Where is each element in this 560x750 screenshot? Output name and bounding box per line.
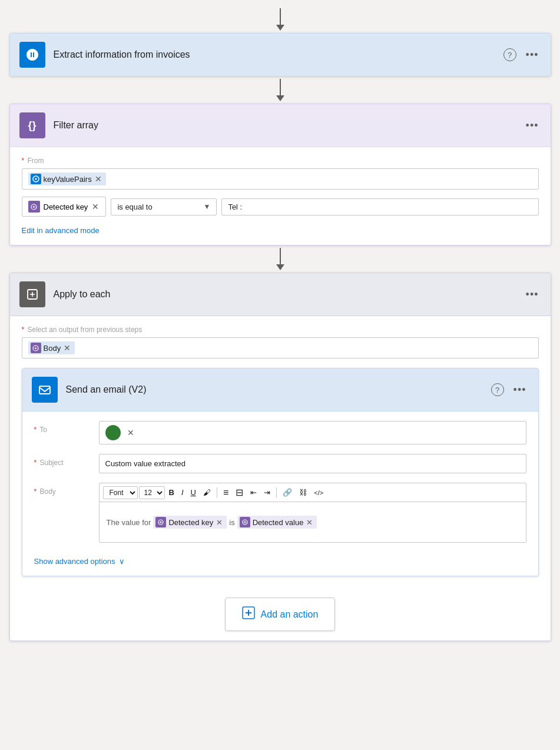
bold-button[interactable]: B [166, 487, 177, 498]
filter-title: Filter array [54, 120, 523, 131]
operator-label: is equal to [117, 203, 152, 211]
detected-value-body-label: Detected value [253, 518, 304, 527]
apply-title: Apply to each [54, 289, 523, 300]
from-token-field[interactable]: keyValuePairs ✕ [22, 168, 539, 190]
email-menu-button[interactable]: ••• [511, 383, 529, 397]
extract-menu-button[interactable]: ••• [523, 48, 541, 62]
subject-input[interactable]: Custom value extracted [99, 454, 526, 473]
email-icon [32, 377, 58, 403]
apply-icon [19, 281, 45, 307]
body-editor-container: Font 12 B I U 🖌 [99, 483, 526, 543]
bullets-button[interactable]: ≡ [220, 486, 231, 499]
body-token-remove[interactable]: ✕ [63, 344, 71, 352]
detected-key-remove[interactable]: ✕ [91, 203, 100, 211]
to-row: * To ✕ [34, 421, 526, 444]
detected-key-body-label: Detected key [168, 518, 213, 527]
key-value-pairs-remove[interactable]: ✕ [94, 175, 102, 183]
email-title: Send an email (V2) [66, 384, 491, 395]
from-label: * From [22, 157, 539, 165]
select-output-label: * Select an output from previous steps [22, 326, 539, 334]
toolbar-sep-1 [217, 487, 217, 498]
indent-left-button[interactable]: ⇤ [247, 487, 260, 498]
body-token-label: Body [44, 344, 61, 353]
font-size-select[interactable]: 12 [139, 486, 165, 499]
body-row: * Body Font 12 [34, 483, 526, 543]
detected-value-body-icon [240, 517, 250, 527]
body-label: * Body [34, 483, 99, 496]
apply-menu-button[interactable]: ••• [523, 287, 541, 302]
italic-button[interactable]: I [178, 487, 187, 498]
add-action-container: Add an action [22, 598, 539, 631]
underline-button[interactable]: U [188, 487, 199, 498]
unlink-button[interactable]: ⛓ [296, 487, 310, 498]
subject-label: * Subject [34, 454, 99, 467]
detected-key-icon [28, 201, 40, 213]
filter-body: * From keyValuePairs ✕ [10, 147, 551, 245]
filter-condition-row: Detected key ✕ is equal to ▼ [22, 197, 539, 217]
arrow-connector-1 [276, 79, 284, 101]
show-advanced-options[interactable]: Show advanced options ∨ [34, 557, 125, 566]
filter-menu-button[interactable]: ••• [523, 118, 541, 133]
code-button[interactable]: </> [311, 488, 326, 497]
to-field-container: ✕ [99, 421, 526, 444]
token-icon [31, 174, 41, 184]
body-token: Body ✕ [28, 341, 75, 354]
add-action-label: Add an action [261, 609, 319, 620]
arrow-connector-2 [276, 248, 284, 270]
email-card-body: * To ✕ * Subj [22, 411, 538, 576]
output-token-field[interactable]: Body ✕ [22, 337, 539, 359]
apply-body: * Select an output from previous steps B… [10, 316, 551, 641]
subject-row: * Subject Custom value extracted [34, 454, 526, 473]
key-value-pairs-token: keyValuePairs ✕ [28, 172, 106, 185]
detected-key-body-icon [155, 517, 166, 527]
detected-value-body-remove[interactable]: ✕ [306, 519, 313, 526]
show-advanced-chevron: ∨ [119, 557, 125, 566]
detected-value-body-token: Detected value ✕ [237, 516, 317, 529]
to-avatar [105, 425, 121, 440]
send-email-card: Send an email (V2) ? ••• * To [22, 368, 539, 576]
paint-button[interactable]: 🖌 [200, 487, 214, 498]
filter-icon: {} [19, 112, 45, 138]
detected-key-body-remove[interactable]: ✕ [216, 519, 223, 526]
link-button[interactable]: 🔗 [280, 487, 295, 498]
inner-container: Send an email (V2) ? ••• * To [22, 368, 539, 586]
email-help-icon[interactable]: ? [491, 383, 504, 396]
extract-icon [19, 42, 45, 68]
extract-card: Extract information from invoices ? ••• [9, 33, 551, 77]
show-advanced-label: Show advanced options [34, 557, 115, 566]
apply-to-each-card: Apply to each ••• * Select an output fro… [9, 273, 551, 641]
filter-array-card: {} Filter array ••• * From ke [9, 104, 551, 245]
edit-advanced-link[interactable]: Edit in advanced mode [22, 226, 100, 235]
operator-select[interactable]: is equal to ▼ [111, 198, 217, 215]
to-input-field[interactable]: ✕ [99, 421, 526, 444]
detected-key-token: Detected key ✕ [22, 197, 107, 217]
extract-title: Extract information from invoices [54, 49, 503, 60]
numbering-button[interactable]: ⊟ [233, 486, 246, 499]
font-select[interactable]: Font [103, 486, 138, 499]
key-value-pairs-label: keyValuePairs [44, 175, 92, 184]
indent-right-button[interactable]: ⇥ [261, 487, 273, 498]
body-editor-content[interactable]: The value for Detected [99, 502, 526, 543]
body-prefix-text: The value for [107, 518, 151, 527]
body-token-icon [31, 343, 41, 353]
svg-rect-4 [39, 386, 50, 394]
to-remove[interactable]: ✕ [127, 429, 135, 437]
add-action-icon [242, 606, 255, 622]
body-toolbar: Font 12 B I U 🖌 [99, 483, 526, 502]
top-arrow-connector [276, 8, 284, 31]
subject-field-container: Custom value extracted [99, 454, 526, 473]
operator-chevron: ▼ [203, 203, 210, 211]
toolbar-sep-2 [276, 487, 277, 498]
detected-key-label: Detected key [44, 203, 88, 211]
detected-key-body-token: Detected key ✕ [153, 516, 227, 529]
add-action-button[interactable]: Add an action [225, 598, 336, 631]
to-label: * To [34, 421, 99, 434]
extract-help-icon[interactable]: ? [503, 48, 516, 61]
body-middle-text: is [229, 518, 234, 527]
filter-value-input[interactable] [221, 198, 538, 215]
